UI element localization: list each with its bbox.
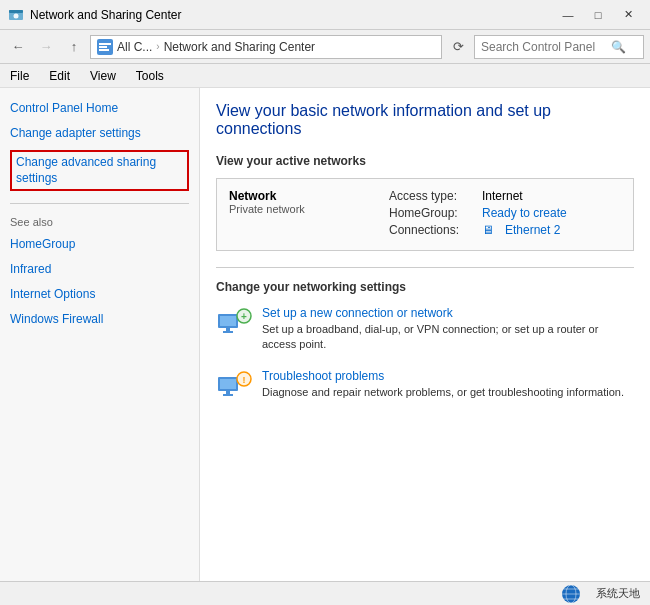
access-type-label: Access type: [389, 189, 474, 203]
new-connection-icon: + [216, 306, 252, 338]
sidebar-divider [10, 203, 189, 204]
nav-bar: ← → ↑ All C... › Network and Sharing Cen… [0, 30, 650, 64]
svg-rect-8 [220, 316, 236, 326]
content-area: View your basic network information and … [200, 88, 650, 581]
control-panel-home-link[interactable]: Control Panel Home [10, 100, 189, 117]
menu-tools[interactable]: Tools [132, 67, 168, 85]
see-also-label: See also [10, 216, 189, 228]
network-left: Network Private network [229, 189, 369, 215]
settings-item-troubleshoot: ! Troubleshoot problems Diagnose and rep… [216, 369, 634, 401]
homegroup-row: HomeGroup: Ready to create [389, 206, 621, 220]
connections-icon: 🖥 [482, 223, 494, 237]
svg-rect-16 [223, 394, 233, 396]
menu-view[interactable]: View [86, 67, 120, 85]
title-bar-left: Network and Sharing Center [8, 7, 181, 23]
change-settings-title: Change your networking settings [216, 280, 634, 294]
network-row: Network Private network Access type: Int… [229, 189, 621, 240]
bottom-bar: 系统天地 [0, 581, 650, 605]
access-type-value: Internet [482, 189, 523, 203]
breadcrumb: All C... › Network and Sharing Center [90, 35, 442, 59]
window-title: Network and Sharing Center [30, 8, 181, 22]
change-advanced-sharing-link[interactable]: Change advanced sharing settings [10, 150, 189, 192]
menu-bar: File Edit View Tools [0, 64, 650, 88]
svg-rect-6 [99, 49, 109, 51]
back-button[interactable]: ← [6, 35, 30, 59]
network-info-box: Network Private network Access type: Int… [216, 178, 634, 251]
search-input[interactable] [481, 40, 611, 54]
breadcrumb-current: Network and Sharing Center [164, 40, 315, 54]
svg-text:!: ! [243, 375, 246, 385]
troubleshoot-desc: Diagnose and repair network problems, or… [262, 385, 624, 400]
new-connection-link[interactable]: Set up a new connection or network [262, 306, 634, 320]
svg-rect-4 [99, 43, 111, 45]
svg-rect-14 [220, 379, 236, 389]
homegroup-label: HomeGroup: [389, 206, 474, 220]
svg-point-2 [14, 13, 19, 18]
window-controls: — □ ✕ [554, 4, 642, 26]
access-type-row: Access type: Internet [389, 189, 621, 203]
see-also-homegroup[interactable]: HomeGroup [10, 236, 189, 253]
settings-item-new-connection: + Set up a new connection or network Set… [216, 306, 634, 353]
menu-edit[interactable]: Edit [45, 67, 74, 85]
search-bar: 🔍 [474, 35, 644, 59]
connections-value[interactable]: Ethernet 2 [505, 223, 560, 237]
close-button[interactable]: ✕ [614, 4, 642, 26]
troubleshoot-text: Troubleshoot problems Diagnose and repai… [262, 369, 624, 400]
watermark: 系统天地 [560, 583, 640, 605]
svg-rect-10 [223, 331, 233, 333]
network-right: Access type: Internet HomeGroup: Ready t… [389, 189, 621, 240]
search-icon[interactable]: 🔍 [611, 40, 626, 54]
change-adapter-settings-link[interactable]: Change adapter settings [10, 125, 189, 142]
svg-rect-5 [99, 46, 107, 48]
troubleshoot-icon: ! [216, 369, 252, 401]
sidebar: Control Panel Home Change adapter settin… [0, 88, 200, 581]
svg-rect-15 [226, 391, 230, 394]
forward-button[interactable]: → [34, 35, 58, 59]
breadcrumb-icon [97, 39, 113, 55]
homegroup-value[interactable]: Ready to create [482, 206, 567, 220]
see-also-internet-options[interactable]: Internet Options [10, 286, 189, 303]
svg-rect-1 [9, 10, 23, 13]
connections-label: Connections: [389, 223, 474, 237]
title-bar: Network and Sharing Center — □ ✕ [0, 0, 650, 30]
main-layout: Control Panel Home Change adapter settin… [0, 88, 650, 581]
up-button[interactable]: ↑ [62, 35, 86, 59]
section-separator [216, 267, 634, 268]
window-icon [8, 7, 24, 23]
svg-rect-9 [226, 328, 230, 331]
refresh-button[interactable]: ⟳ [446, 35, 470, 59]
svg-text:+: + [241, 311, 247, 322]
see-also-windows-firewall[interactable]: Windows Firewall [10, 311, 189, 328]
new-connection-desc: Set up a broadband, dial-up, or VPN conn… [262, 322, 634, 353]
see-also-infrared[interactable]: Infrared [10, 261, 189, 278]
watermark-text: 系统天地 [596, 586, 640, 601]
network-name: Network [229, 189, 369, 203]
network-type: Private network [229, 203, 369, 215]
menu-file[interactable]: File [6, 67, 33, 85]
page-title: View your basic network information and … [216, 102, 634, 138]
globe-icon [560, 583, 590, 605]
active-networks-title: View your active networks [216, 154, 634, 168]
breadcrumb-separator: › [156, 41, 159, 52]
breadcrumb-allc[interactable]: All C... [117, 40, 152, 54]
connections-row: Connections: 🖥 Ethernet 2 [389, 223, 621, 237]
troubleshoot-link[interactable]: Troubleshoot problems [262, 369, 624, 383]
minimize-button[interactable]: — [554, 4, 582, 26]
maximize-button[interactable]: □ [584, 4, 612, 26]
new-connection-text: Set up a new connection or network Set u… [262, 306, 634, 353]
